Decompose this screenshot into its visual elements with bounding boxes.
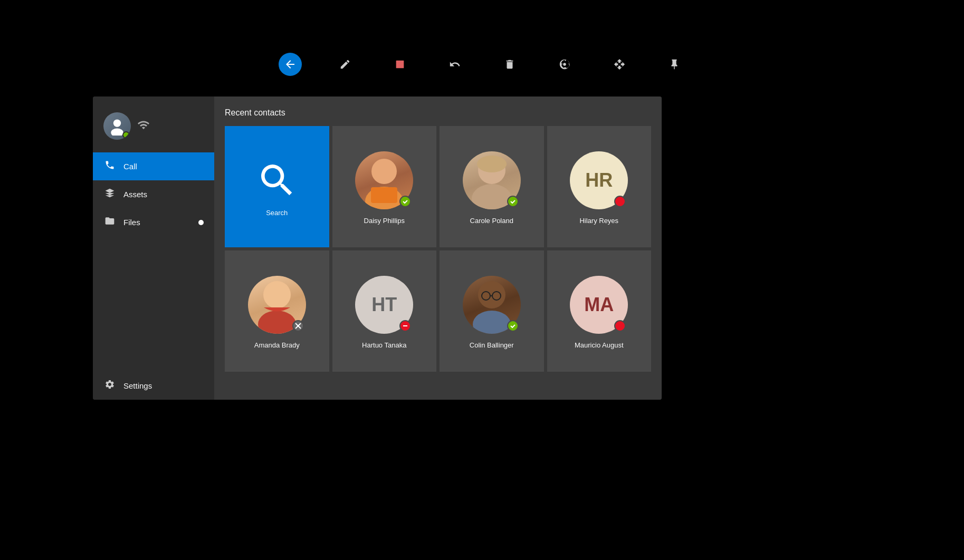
contact-amanda[interactable]: Amanda Brady [225,250,329,372]
search-card[interactable]: Search [225,126,329,247]
mauricio-name: Mauricio August [575,341,624,349]
toolbar [279,53,686,76]
user-header [93,102,214,152]
nav-files[interactable]: Files [93,208,214,236]
target-button[interactable] [553,53,576,76]
main-panel: Call Assets Files [93,96,662,400]
contact-mauricio[interactable]: MA Mauricio August [547,250,652,372]
hilary-status [614,196,626,207]
svg-point-22 [509,322,517,330]
colin-status [507,320,519,332]
colin-name: Colin Ballinger [470,341,514,349]
content-area: Recent contacts Search [214,96,662,400]
amanda-name: Amanda Brady [254,341,300,349]
nav-settings[interactable]: Settings [93,372,214,400]
svg-point-4 [371,159,397,184]
contact-daisy[interactable]: Daisy Phillips [332,126,437,247]
amanda-status [292,320,304,332]
daisy-name: Daisy Phillips [364,217,405,225]
svg-rect-6 [371,187,397,203]
avatar [103,112,131,140]
svg-point-1 [563,63,566,66]
section-title: Recent contacts [225,108,651,118]
user-status-dot [122,131,130,139]
nav-assets[interactable]: Assets [93,180,214,208]
amanda-avatar-wrap [248,276,306,334]
hilary-initials: HR [585,169,613,191]
nav-files-label: Files [123,218,140,227]
hartuo-initials: HT [371,294,397,316]
wifi-icon [137,119,150,134]
hartuo-avatar-wrap: HT [355,276,413,334]
back-button[interactable] [279,53,302,76]
svg-point-11 [509,197,517,206]
move-button[interactable] [608,53,631,76]
colin-avatar-wrap [463,276,521,334]
svg-point-7 [401,197,409,206]
nav-assets-label: Assets [123,190,147,199]
carole-status [507,196,519,207]
svg-point-9 [472,184,512,209]
mauricio-avatar-wrap: MA [570,276,628,334]
assets-icon [103,188,116,201]
trash-button[interactable] [498,53,521,76]
settings-icon [103,379,116,392]
daisy-avatar-wrap [355,151,413,209]
undo-button[interactable] [443,53,466,76]
sidebar: Call Assets Files [93,96,214,400]
files-notification-dot [198,220,204,225]
pin-button[interactable] [663,53,686,76]
nav-call-label: Call [123,162,137,171]
files-icon [103,216,116,229]
carole-name: Carole Poland [470,217,513,225]
svg-point-18 [473,311,511,334]
hartuo-status [399,320,411,332]
contact-hartuo[interactable]: HT Hartuo Tanaka [332,250,437,372]
svg-rect-0 [396,61,404,69]
contact-hilary[interactable]: HR Hilary Reyes [547,126,652,247]
contact-carole[interactable]: Carole Poland [440,126,544,247]
search-icon [256,159,298,201]
contacts-grid: Search Da [225,126,651,372]
mauricio-status [614,320,626,332]
svg-rect-16 [403,325,407,326]
hilary-avatar-wrap: HR [570,151,628,209]
svg-point-13 [258,311,296,334]
svg-point-10 [477,156,507,172]
hartuo-name: Hartuo Tanaka [362,341,406,349]
nav-call[interactable]: Call [93,152,214,180]
contact-colin[interactable]: Colin Ballinger [440,250,544,372]
svg-point-3 [111,129,123,136]
daisy-status [399,196,411,207]
nav-settings-label: Settings [123,381,152,390]
svg-point-12 [263,281,291,308]
call-icon [103,160,116,173]
hilary-name: Hilary Reyes [579,217,618,225]
svg-point-2 [113,119,121,127]
mauricio-initials: MA [584,294,614,316]
search-label: Search [266,209,288,217]
pen-button[interactable] [333,53,357,76]
carole-avatar-wrap [463,151,521,209]
square-button[interactable] [388,53,412,76]
